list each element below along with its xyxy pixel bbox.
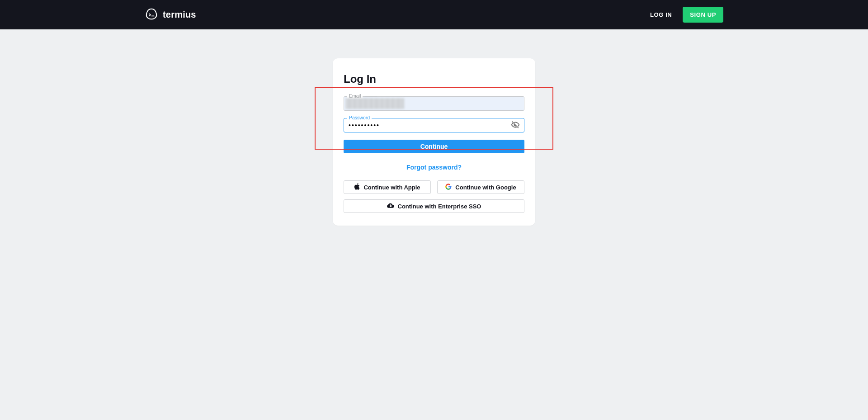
sso-button-label: Continue with Enterprise SSO: [398, 203, 481, 210]
header-actions: LOG IN SIGN UP: [650, 7, 723, 23]
card-title: Log In: [344, 73, 524, 85]
brand-name: termius: [163, 9, 196, 20]
forgot-password-link[interactable]: Forgot password?: [406, 164, 462, 171]
login-link[interactable]: LOG IN: [650, 11, 672, 18]
continue-with-google-button[interactable]: Continue with Google: [437, 180, 524, 194]
google-button-label: Continue with Google: [455, 184, 516, 191]
termius-logo-icon: [145, 7, 158, 23]
continue-with-sso-button[interactable]: Continue with Enterprise SSO: [344, 199, 524, 213]
app-header: termius LOG IN SIGN UP: [0, 0, 868, 29]
apple-icon: [354, 183, 360, 191]
google-icon: [445, 184, 452, 191]
redacted-email-overlay: [345, 98, 404, 109]
signup-button[interactable]: SIGN UP: [683, 7, 723, 23]
page-main: Log In Email Password Continue Forgot pa…: [0, 29, 868, 226]
forgot-password-wrapper: Forgot password?: [344, 163, 524, 171]
password-label: Password: [347, 115, 372, 120]
eye-off-icon: [510, 120, 520, 131]
email-label-line: [365, 96, 377, 96]
continue-with-apple-button[interactable]: Continue with Apple: [344, 180, 431, 194]
brand[interactable]: termius: [145, 7, 196, 23]
cloud-lock-icon: [387, 203, 394, 210]
continue-button[interactable]: Continue: [344, 140, 524, 153]
toggle-password-visibility-button[interactable]: [509, 119, 522, 132]
login-card: Log In Email Password Continue Forgot pa…: [333, 58, 535, 226]
social-login-row: Continue with Apple Continue with Google: [344, 180, 524, 194]
apple-button-label: Continue with Apple: [363, 184, 420, 191]
email-field-wrapper: Email: [344, 96, 524, 111]
password-field-wrapper: Password: [344, 118, 524, 132]
